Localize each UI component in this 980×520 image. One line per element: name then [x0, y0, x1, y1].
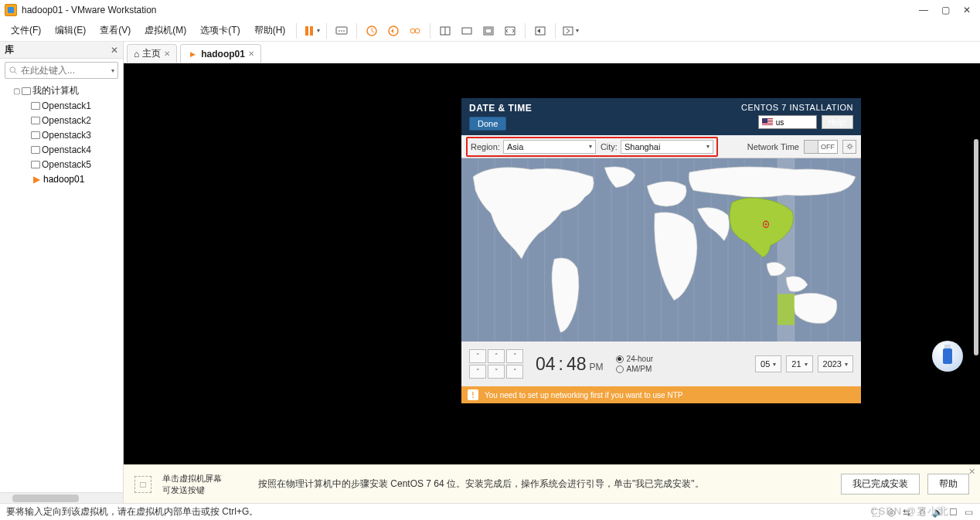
ampm-up-button[interactable]: ˄ [506, 349, 523, 363]
min-down-button[interactable]: ˅ [488, 365, 505, 379]
help-button[interactable]: Help! [822, 115, 853, 129]
tree-item[interactable]: Openstack1 [0, 98, 123, 113]
collapse-icon[interactable]: ▢ [12, 87, 20, 95]
radio-24h[interactable]: 24-hour [616, 355, 653, 363]
window-close-icon[interactable]: ✕ [961, 5, 972, 15]
snapshot-manage-icon[interactable] [407, 22, 424, 39]
install-help-button[interactable]: 帮助 [927, 474, 969, 495]
city-value: Shanghai [624, 142, 661, 151]
radio-icon [616, 365, 624, 373]
svg-point-15 [10, 67, 15, 73]
install-title: CENTOS 7 INSTALLATION [741, 103, 853, 112]
window-min-icon[interactable]: ― [918, 5, 929, 15]
svg-point-17 [848, 144, 851, 148]
computer-icon [22, 87, 31, 95]
language-selector[interactable]: us [758, 115, 817, 129]
menu-edit[interactable]: 编辑(E) [50, 22, 90, 39]
vm-console[interactable]: DATE & TIME Done CENTOS 7 INSTALLATION u… [124, 63, 980, 464]
ntp-settings-button[interactable] [842, 140, 856, 154]
status-text: 要将输入定向到该虚拟机，请在虚拟机内部单击或按 Ctrl+G。 [6, 505, 258, 518]
status-cd-icon[interactable]: ◎ [886, 507, 897, 518]
search-icon [9, 66, 18, 75]
time-hours: 04 [536, 354, 556, 375]
date-year-select[interactable]: 2023▾ [818, 355, 853, 372]
vm-icon [31, 131, 40, 139]
view-console-icon[interactable] [458, 22, 475, 39]
sidebar-close-icon[interactable]: ✕ [111, 45, 118, 56]
tab-hadoop01[interactable]: ▶ hadoop01 ✕ [180, 44, 261, 63]
date-selectors: 05▾ 21▾ 2023▾ [755, 355, 853, 372]
menu-file[interactable]: 文件(F) [6, 22, 46, 39]
search-input[interactable] [21, 65, 111, 76]
sidebar-h-scrollbar[interactable] [0, 492, 123, 503]
view-stretch-icon[interactable] [502, 22, 519, 39]
status-display-icon[interactable]: ▭ [963, 507, 974, 518]
menu-view[interactable]: 查看(V) [95, 22, 135, 39]
tree-item[interactable]: Openstack4 [0, 142, 123, 157]
fullscreen-icon[interactable] [532, 22, 549, 39]
separator [296, 23, 297, 39]
install-hint-bar: □ 单击虚拟机屏幕 可发送按键 按照在物理计算机中的步骤安装 CentOS 7 … [124, 464, 980, 503]
status-disk-icon[interactable]: ⬚ [870, 507, 881, 518]
radio-ampm[interactable]: AM/PM [616, 365, 653, 373]
view-single-icon[interactable] [437, 22, 454, 39]
menubar: 文件(F) 编辑(E) 查看(V) 虚拟机(M) 选项卡(T) 帮助(H) ▾ … [0, 20, 980, 42]
tree-item-label: Openstack4 [42, 144, 91, 155]
view-unity-icon[interactable] [480, 22, 497, 39]
hour-down-button[interactable]: ˅ [469, 365, 486, 379]
world-map[interactable] [461, 158, 861, 342]
tree-item[interactable]: Openstack2 [0, 113, 123, 127]
snapshot-revert-icon[interactable] [385, 22, 402, 39]
status-printer-icon[interactable]: ☐ [948, 507, 958, 518]
time-ampm: PM [590, 362, 604, 372]
window-max-icon[interactable]: ▢ [940, 5, 951, 15]
min-up-button[interactable]: ˄ [488, 349, 505, 363]
region-selector[interactable]: Region: Asia▾ [471, 140, 596, 154]
menu-help[interactable]: 帮助(H) [250, 22, 291, 39]
city-selector[interactable]: City: Shanghai▾ [601, 140, 713, 154]
library-sidebar: 库 ✕ ▾ ▢ 我的计算机 Openstack1 Openstack2 Open… [0, 42, 124, 503]
vm-tree: ▢ 我的计算机 Openstack1 Openstack2 Openstack3… [0, 82, 123, 492]
pause-icon[interactable]: ▾ [303, 22, 320, 39]
hour-up-button[interactable]: ˄ [469, 349, 486, 363]
search-dropdown-icon[interactable]: ▾ [111, 67, 114, 74]
page-scrollbar[interactable] [974, 139, 978, 355]
search-input-wrap[interactable]: ▾ [5, 62, 118, 79]
tab-label: hadoop01 [201, 49, 245, 59]
tree-item-active[interactable]: ▶hadoop01 [0, 172, 123, 186]
menu-tabs[interactable]: 选项卡(T) [196, 22, 244, 39]
usb-float-icon[interactable] [932, 341, 963, 372]
svg-point-45 [765, 223, 767, 226]
hint-close-icon[interactable]: ✕ [968, 467, 975, 477]
network-time-toggle[interactable]: OFF [804, 140, 838, 154]
vm-icon [31, 146, 40, 154]
date-day-select[interactable]: 05▾ [755, 355, 781, 372]
network-time-label: Network Time [747, 142, 799, 151]
send-ctrl-alt-del-icon[interactable] [333, 22, 350, 39]
tree-root[interactable]: ▢ 我的计算机 [0, 83, 123, 98]
tab-close-icon[interactable]: ✕ [248, 49, 254, 58]
status-net-icon[interactable]: ⇆ [901, 507, 912, 518]
menu-vm[interactable]: 虚拟机(M) [140, 22, 191, 39]
status-sound-icon[interactable]: 🔊 [932, 507, 943, 518]
tab-home[interactable]: ⌂ 主页 ✕ [127, 44, 177, 63]
date-month-select[interactable]: 21▾ [786, 355, 812, 372]
svg-line-16 [15, 72, 17, 74]
status-usb-icon[interactable]: ⎙ [917, 507, 927, 518]
chevron-down-icon: ▾ [773, 361, 776, 368]
tree-item[interactable]: Openstack3 [0, 127, 123, 142]
cycle-multiple-icon[interactable]: ▾ [562, 22, 579, 39]
svg-point-6 [415, 29, 420, 33]
done-button[interactable]: Done [469, 117, 506, 131]
snapshot-take-icon[interactable] [363, 22, 380, 39]
tree-item-label: hadoop01 [43, 174, 84, 185]
ampm-down-button[interactable]: ˅ [506, 365, 523, 379]
radio-icon [616, 355, 624, 363]
tab-close-icon[interactable]: ✕ [164, 49, 170, 58]
install-done-button[interactable]: 我已完成安装 [841, 474, 920, 495]
tree-item-label: Openstack5 [42, 159, 91, 170]
scrollbar-thumb[interactable] [12, 495, 79, 502]
tree-item[interactable]: Openstack5 [0, 157, 123, 172]
date-day: 05 [761, 359, 770, 369]
vm-icon [31, 102, 40, 110]
